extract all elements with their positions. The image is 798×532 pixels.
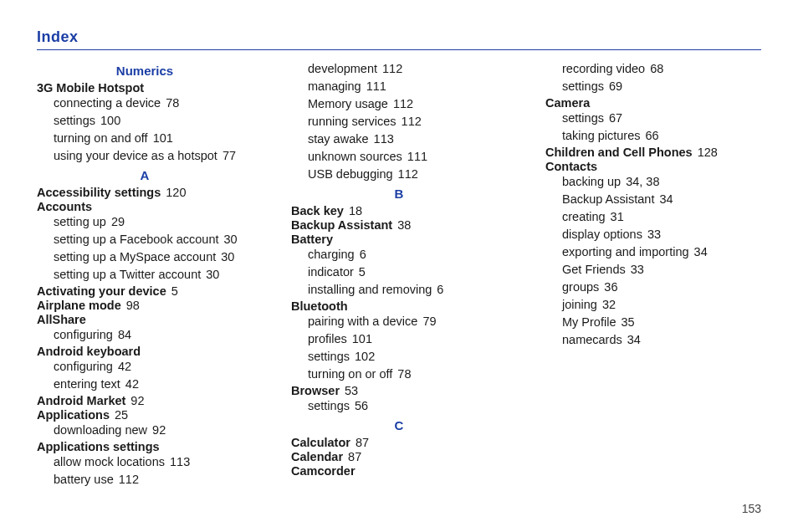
index-entry: unknown sources 111: [291, 148, 507, 166]
index-page-ref: 29: [108, 215, 125, 228]
index-page-ref: 34: [691, 245, 708, 258]
index-page-ref: 102: [351, 350, 375, 363]
index-page-ref: 111: [404, 150, 427, 163]
index-topic: Activating your device 5: [37, 284, 253, 298]
index-entry: Backup Assistant 34: [545, 191, 761, 208]
index-text: My Profile: [562, 315, 616, 329]
index-page-ref: 68: [647, 62, 663, 75]
index-topic: Children and Cell Phones 128: [545, 146, 761, 159]
index-text: Camcorder: [291, 464, 356, 478]
index-text: Backup Assistant: [291, 218, 392, 232]
index-text: settings: [54, 114, 95, 127]
index-page-ref: 38: [394, 218, 411, 232]
index-entry: joining 32: [545, 296, 761, 314]
index-page-ref: 87: [352, 436, 369, 449]
index-text: Battery: [291, 233, 333, 246]
index-text: Calendar: [291, 450, 343, 463]
index-page-ref: 31: [607, 210, 624, 223]
index-entry: entering text 42: [37, 376, 253, 393]
index-page-ref: 112: [398, 115, 422, 128]
index-page-ref: 112: [395, 167, 418, 181]
index-page-ref: 84: [115, 328, 131, 341]
index-entry: stay awake 113: [291, 130, 507, 148]
index-entry: installing and removing 6: [291, 281, 507, 299]
index-text: configuring: [54, 360, 113, 373]
index-title: Index: [37, 28, 761, 50]
index-text: Applications settings: [37, 440, 160, 453]
index-entry: backing up 34, 38: [545, 173, 761, 191]
index-entry: settings 100: [37, 112, 253, 130]
index-text: settings: [308, 399, 350, 412]
index-topic: Battery: [291, 233, 507, 246]
index-text: managing: [308, 79, 361, 93]
index-entry: recording video 68: [545, 60, 761, 78]
index-page-ref: 112: [115, 473, 139, 486]
index-entry: setting up a MySpace account 30: [37, 248, 253, 266]
index-text: setting up: [54, 215, 106, 228]
index-text: groups: [562, 280, 599, 294]
index-topic: Applications settings: [37, 440, 253, 453]
index-page-ref: 78: [162, 96, 179, 110]
index-page-ref: 42: [122, 377, 139, 391]
index-text: backing up: [562, 175, 621, 188]
index-text: entering text: [54, 377, 120, 391]
index-page-ref: 67: [606, 111, 622, 125]
index-topic: Contacts: [545, 160, 761, 173]
index-topic: Android Market 92: [37, 394, 253, 407]
index-entry: pairing with a device 79: [291, 313, 507, 330]
index-page-ref: 79: [419, 315, 436, 328]
index-topic: Camera: [545, 96, 761, 110]
index-page-ref: 66: [642, 129, 659, 142]
index-topic: AllShare: [37, 313, 253, 326]
index-page-ref: 36: [601, 280, 617, 294]
index-text: charging: [308, 248, 355, 261]
section-head: C: [291, 418, 507, 432]
index-text: Bluetooth: [291, 299, 348, 313]
index-page-ref: 112: [390, 97, 413, 110]
index-text: USB debugging: [308, 167, 393, 181]
index-text: taking pictures: [562, 129, 641, 142]
index-text: Accounts: [37, 200, 92, 213]
index-entry: setting up a Facebook account 30: [37, 231, 253, 248]
index-topic: 3G Mobile Hotspot: [37, 81, 253, 95]
index-text: Contacts: [545, 160, 597, 173]
index-text: exporting and importing: [562, 245, 689, 258]
index-text: setting up a Twitter account: [54, 268, 201, 281]
page-number: 153: [742, 502, 761, 515]
index-entry: settings 67: [545, 110, 761, 127]
index-topic: Bluetooth: [291, 299, 507, 313]
index-topic: Backup Assistant 38: [291, 218, 507, 232]
index-text: stay awake: [308, 132, 369, 146]
section-head: B: [291, 187, 507, 201]
index-text: setting up a MySpace account: [54, 250, 216, 263]
index-page-ref: 120: [162, 186, 186, 199]
index-topic: Calendar 87: [291, 450, 507, 463]
index-page-ref: 112: [379, 62, 402, 75]
index-page-ref: 33: [627, 263, 644, 276]
index-page-ref: 128: [694, 146, 718, 159]
index-page-ref: 98: [123, 299, 140, 312]
index-text: Android keyboard: [37, 345, 141, 358]
index-text: Android Market: [37, 394, 125, 407]
index-topic: Android keyboard: [37, 345, 253, 358]
index-text: settings: [308, 350, 350, 363]
index-page-ref: 111: [363, 79, 386, 93]
index-text: Backup Assistant: [562, 192, 654, 206]
index-page-ref: 56: [351, 399, 368, 412]
index-text: allow mock locations: [54, 455, 165, 468]
index-text: running services: [308, 115, 396, 128]
index-topic: Applications 25: [37, 408, 253, 422]
index-topic: Camcorder: [291, 464, 507, 478]
index-text: 3G Mobile Hotspot: [37, 81, 144, 95]
index-text: recording video: [562, 62, 645, 75]
index-page-ref: 34: [624, 333, 641, 346]
index-entry: taking pictures 66: [545, 127, 761, 145]
index-topic: Accounts: [37, 200, 253, 213]
index-entry: development 112: [291, 60, 507, 78]
index-entry: Get Friends 33: [545, 261, 761, 279]
index-page-ref: 77: [219, 149, 236, 162]
index-entry: configuring 84: [37, 326, 253, 344]
index-columns: Numerics3G Mobile Hotspotconnecting a de…: [37, 60, 761, 495]
index-entry: My Profile 35: [545, 314, 761, 331]
section-head: A: [37, 168, 253, 182]
